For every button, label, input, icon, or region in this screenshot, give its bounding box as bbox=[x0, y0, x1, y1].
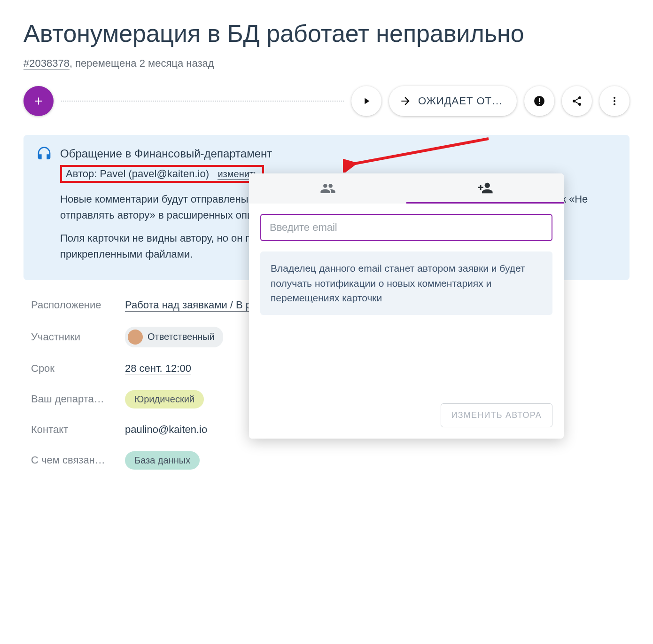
field-label-contact: Контакт bbox=[31, 424, 125, 436]
moved-text: перемещена 2 месяца назад bbox=[75, 57, 214, 69]
share-button[interactable] bbox=[562, 86, 592, 116]
status-pill[interactable]: ОЖИДАЕТ ОТ… bbox=[389, 86, 517, 116]
card-meta: #2038378, перемещена 2 месяца назад bbox=[23, 57, 630, 70]
confirm-change-author-button[interactable]: ИЗМЕНИТЬ АВТОРА bbox=[441, 403, 552, 427]
notice-title: Обращение в Финансовый-департамент bbox=[60, 147, 272, 160]
popup-info: Владелец данного email станет автором за… bbox=[260, 251, 552, 315]
field-label-location: Расположение bbox=[31, 299, 125, 311]
servicedesk-notice: Обращение в Финансовый-департамент Автор… bbox=[23, 135, 630, 280]
card-title: Автонумерация в БД работает неправильно bbox=[23, 19, 630, 48]
status-label: ОЖИДАЕТ ОТ… bbox=[418, 95, 503, 107]
related-tag[interactable]: База данных bbox=[125, 451, 200, 470]
member-role: Ответственный bbox=[148, 331, 215, 342]
tab-existing-users[interactable] bbox=[249, 173, 406, 204]
email-input[interactable] bbox=[260, 214, 552, 241]
svg-rect-2 bbox=[539, 103, 540, 104]
field-label-dept: Ваш департа… bbox=[31, 393, 125, 405]
arrow-right-icon bbox=[399, 95, 412, 107]
avatar bbox=[128, 330, 143, 345]
divider-dots bbox=[61, 101, 344, 102]
field-label-due: Срок bbox=[31, 362, 125, 375]
alert-button[interactable] bbox=[524, 86, 554, 116]
tab-add-user[interactable] bbox=[406, 173, 564, 204]
svg-point-5 bbox=[614, 103, 615, 105]
svg-point-3 bbox=[614, 97, 615, 99]
more-button[interactable] bbox=[599, 86, 630, 116]
card-id-link[interactable]: #2038378 bbox=[23, 57, 70, 70]
member-chip[interactable]: Ответственный bbox=[125, 327, 223, 347]
author-box: Автор: Pavel (pavel@kaiten.io) изменить bbox=[60, 165, 264, 183]
due-value[interactable]: 28 сент. 12:00 bbox=[125, 362, 191, 375]
dept-tag[interactable]: Юридический bbox=[125, 390, 204, 408]
action-bar: ОЖИДАЕТ ОТ… bbox=[23, 86, 630, 116]
headset-icon bbox=[37, 146, 52, 161]
field-label-members: Участники bbox=[31, 331, 125, 343]
person-add-icon bbox=[477, 180, 493, 196]
add-button[interactable] bbox=[23, 86, 54, 116]
svg-point-4 bbox=[614, 100, 615, 102]
field-label-related: С чем связан… bbox=[31, 454, 125, 466]
contact-value[interactable]: paulino@kaiten.io bbox=[125, 424, 207, 436]
change-author-popup: Владелец данного email станет автором за… bbox=[249, 173, 564, 439]
author-label: Автор: Pavel (pavel@kaiten.io) bbox=[66, 168, 209, 180]
svg-rect-1 bbox=[539, 98, 540, 102]
people-icon bbox=[320, 181, 336, 196]
play-button[interactable] bbox=[351, 86, 381, 116]
